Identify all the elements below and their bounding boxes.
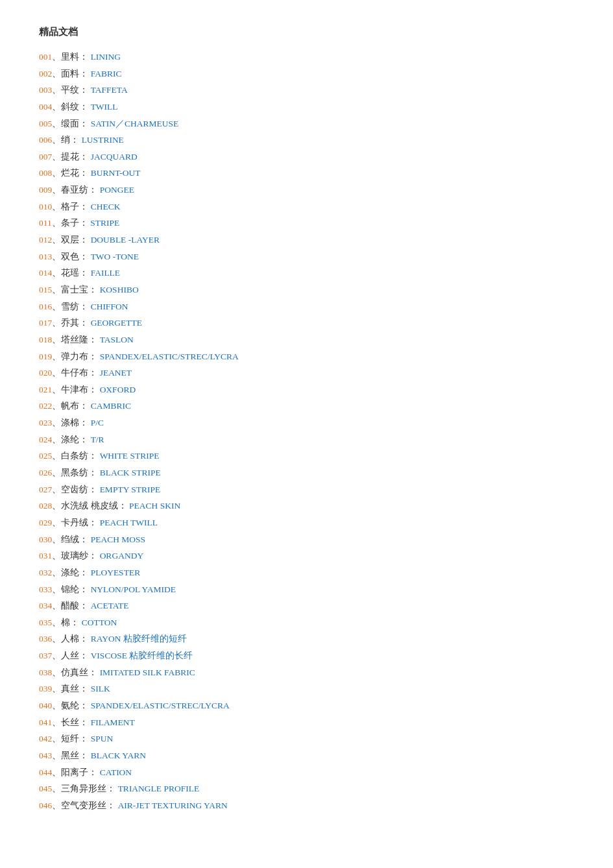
item-separator: 、 [52,435,61,444]
list-item: 043、黑丝： BLACK YARN [39,747,574,764]
list-item: 013、双色： TWO -TONE [39,248,574,265]
item-english: BLACK STRIPE [97,468,161,477]
item-number: 018 [39,335,52,344]
item-chinese: 涤棉： [61,418,88,428]
item-chinese: 卡丹绒： [61,518,97,527]
item-chinese: 塔丝隆： [61,335,97,344]
item-english: EMPTY STRIPE [97,485,160,494]
item-chinese: 真丝： [61,684,88,693]
item-chinese: 阳离子： [61,767,97,777]
item-english: OXFORD [97,385,136,394]
item-separator: 、 [52,352,61,361]
list-item: 031、玻璃纱： ORGANDY [39,548,574,564]
item-english: TRIANGLE PROFILE [115,784,199,793]
item-separator: 、 [52,451,61,461]
item-english: COTTON [79,618,117,627]
item-chinese: 涤纶： [61,568,88,577]
list-item: 029、卡丹绒： PEACH TWILL [39,514,574,531]
item-separator: 、 [52,119,61,128]
item-number: 007 [39,152,52,162]
item-number: 033 [39,585,52,594]
item-english: CATION [97,767,132,777]
item-separator: 、 [52,235,61,245]
item-chinese: 牛津布： [61,385,97,394]
item-number: 037 [39,651,52,660]
item-english: PEACH TWILL [97,518,158,527]
item-number: 021 [39,385,52,394]
item-separator: 、 [52,318,61,328]
item-english: JEANET [97,368,132,378]
item-separator: 、 [52,202,61,211]
item-chinese: 条子： [61,218,88,228]
item-separator: 、 [52,651,61,660]
item-chinese: 双色： [61,252,88,261]
list-item: 022、帆布： CAMBRIC [39,398,574,415]
list-item: 026、黑条纺： BLACK STRIPE [39,464,574,481]
item-number: 040 [39,701,52,710]
item-separator: 、 [52,252,61,261]
item-separator: 、 [52,801,61,810]
item-chinese: 短纤： [61,734,88,743]
item-separator: 、 [52,767,61,777]
list-item: 009、春亚纺： PONGEE [39,182,574,199]
item-number: 023 [39,418,52,428]
list-item: 042、短纤： SPUN [39,730,574,747]
item-separator: 、 [52,618,61,627]
item-number: 032 [39,568,52,577]
item-number: 004 [39,102,52,112]
item-english: TAFFETA [88,85,127,95]
item-number: 036 [39,634,52,644]
list-item: 041、长丝： FILAMENT [39,714,574,731]
item-separator: 、 [52,335,61,344]
item-separator: 、 [52,385,61,394]
item-number: 034 [39,601,52,610]
item-english: SPUN [88,734,113,743]
item-english: NYLON/POL YAMIDE [88,585,176,594]
item-separator: 、 [52,218,61,228]
item-number: 044 [39,767,52,777]
item-chinese: 黑丝： [61,751,88,760]
item-english: JACQUARD [88,152,137,162]
item-english: DOUBLE -LAYER [88,235,160,245]
item-number: 029 [39,518,52,527]
item-chinese: 锦纶： [61,585,88,594]
item-number: 045 [39,784,52,793]
item-english: BURNT-OUT [88,168,140,178]
item-separator: 、 [52,135,61,145]
item-number: 022 [39,401,52,411]
item-english: P/C [88,418,104,428]
item-separator: 、 [52,634,61,644]
item-list: 001、里料： LINING002、面料： FABRIC003、平纹： TAFF… [39,49,574,814]
item-separator: 、 [52,285,61,295]
item-number: 005 [39,119,52,128]
list-item: 011、条子： STRIPE [39,215,574,232]
item-number: 046 [39,801,52,810]
item-separator: 、 [52,52,61,62]
item-english: FAILLE [88,268,120,278]
list-item: 006、绡： LUSTRINE [39,132,574,149]
list-item: 038、仿真丝： IMITATED SILK FABRIC [39,664,574,681]
list-item: 017、乔其： GEORGETTE [39,315,574,332]
item-english: AIR-JET TEXTURING YARN [115,801,228,810]
list-item: 025、白条纺： WHITE STRIPE [39,448,574,464]
item-chinese: 长丝： [61,717,88,727]
item-chinese: 仿真丝： [61,668,97,677]
item-chinese: 弹力布： [61,352,97,361]
item-number: 006 [39,135,52,145]
item-chinese: 黑条纺： [61,468,97,477]
list-item: 045、三角异形丝： TRIANGLE PROFILE [39,780,574,797]
list-item: 008、烂花： BURNT-OUT [39,165,574,182]
list-item: 020、牛仔布： JEANET [39,365,574,381]
item-separator: 、 [52,69,61,78]
item-number: 042 [39,734,52,743]
list-item: 012、双层： DOUBLE -LAYER [39,232,574,248]
item-english: ACETATE [88,601,128,610]
item-english: STRIPE [88,218,119,228]
list-item: 004、斜纹： TWILL [39,99,574,115]
item-separator: 、 [52,185,61,195]
item-number: 009 [39,185,52,195]
list-item: 032、涤纶： PLOYESTER [39,564,574,581]
item-number: 035 [39,618,52,627]
item-english: TWILL [88,102,117,112]
item-number: 017 [39,318,52,328]
